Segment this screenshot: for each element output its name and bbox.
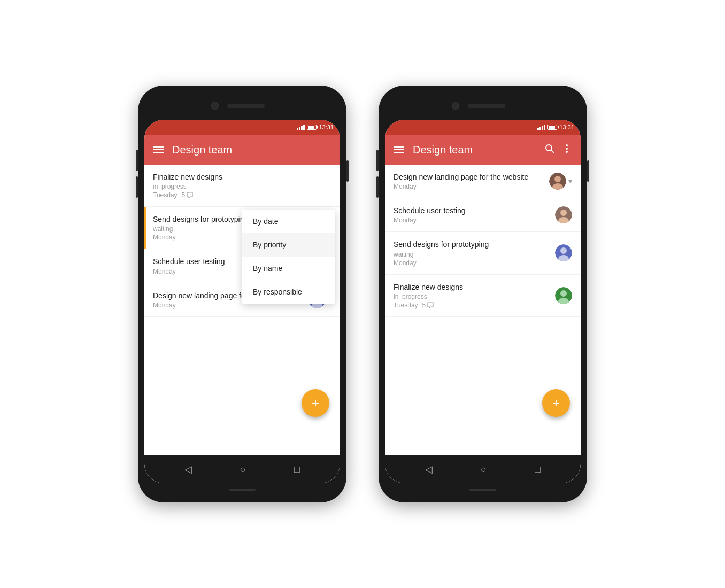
task-date-1: Tuesday xyxy=(153,191,178,199)
bottom-bezel-1 xyxy=(144,483,340,496)
home-btn-1[interactable]: ○ xyxy=(240,464,246,475)
svg-point-21 xyxy=(560,290,567,297)
task-avatar-2-2 xyxy=(555,206,572,223)
recent-btn-1[interactable]: □ xyxy=(294,464,300,475)
app-title-1: Design team xyxy=(172,144,331,156)
svg-point-12 xyxy=(554,176,561,182)
phone-1: 13:31 Design team Finalize new designs xyxy=(138,86,346,502)
app-bar-2: Design team xyxy=(385,135,581,165)
task-item-2-2[interactable]: Schedule user testing Monday xyxy=(385,198,581,232)
svg-point-10 xyxy=(566,151,568,153)
task-meta-2-1: Monday xyxy=(394,183,545,190)
app-title-2: Design team xyxy=(413,144,544,156)
task-date-4: Monday xyxy=(153,301,176,309)
bottom-nav-1: ◁ ○ □ xyxy=(144,455,340,483)
hamburger-icon-2[interactable] xyxy=(394,146,404,153)
speaker-1 xyxy=(227,104,265,108)
task-avatar-2-1 xyxy=(549,173,566,190)
task-meta-1: Tuesday 5 xyxy=(153,191,331,199)
comment-count-2-4: 5 xyxy=(422,301,434,309)
app-bar-1: Design team xyxy=(144,135,340,165)
dropdown-menu[interactable]: By date By priority By name By responsib… xyxy=(242,210,335,304)
task-date-2-1: Monday xyxy=(394,183,417,190)
task-date-2-3: Monday xyxy=(394,259,417,267)
top-bezel-2 xyxy=(385,92,581,120)
task-item-1[interactable]: Finalize new designs in_progress Tuesday… xyxy=(144,165,340,207)
task-meta-2-3: Monday xyxy=(394,259,551,267)
home-btn-2[interactable]: ○ xyxy=(481,464,487,475)
task-avatar-2-3 xyxy=(555,244,572,261)
time-2: 13:31 xyxy=(559,124,574,130)
battery-icon-2 xyxy=(547,125,557,130)
fab-icon-2: + xyxy=(552,396,560,411)
fab-1[interactable]: + xyxy=(302,389,329,417)
camera-2 xyxy=(452,102,459,110)
task-date-2-4: Tuesday xyxy=(394,301,418,309)
task-status-1: in_progress xyxy=(153,183,331,190)
recent-btn-2[interactable]: □ xyxy=(535,464,541,475)
task-date-3: Monday xyxy=(153,268,176,275)
chevron-down-icon-2: ▾ xyxy=(568,177,572,185)
task-status-2-3: waiting xyxy=(394,251,551,258)
svg-point-15 xyxy=(560,210,567,216)
phone-2: 13:31 Design team xyxy=(379,86,587,502)
dropdown-item-by-responsible[interactable]: By responsible xyxy=(242,280,335,304)
svg-point-8 xyxy=(566,144,568,146)
svg-point-9 xyxy=(566,148,568,150)
bottom-nav-2: ◁ ○ □ xyxy=(385,455,581,483)
app-bar-actions-2 xyxy=(544,143,572,157)
svg-point-18 xyxy=(560,247,567,254)
signal-icon-1 xyxy=(297,124,305,130)
more-options-icon-2[interactable] xyxy=(561,143,572,157)
bottom-bezel-2 xyxy=(385,483,581,496)
task-date-2: Monday xyxy=(153,234,176,241)
task-title-2-2: Schedule user testing xyxy=(394,206,551,215)
task-content-2-1: Design new landing page for the website … xyxy=(394,172,545,190)
task-date-2-2: Monday xyxy=(394,216,417,224)
back-btn-2[interactable]: ◁ xyxy=(425,463,433,475)
hamburger-icon-1[interactable] xyxy=(153,146,164,153)
status-bar-1: 13:31 xyxy=(144,120,340,135)
signal-icon-2 xyxy=(537,124,545,130)
task-content-2-4: Finalize new designs in_progress Tuesday… xyxy=(394,282,551,309)
task-title-1: Finalize new designs xyxy=(153,172,331,182)
content-area-1: Finalize new designs in_progress Tuesday… xyxy=(144,165,340,455)
camera-1 xyxy=(211,102,219,110)
search-icon-2[interactable] xyxy=(544,143,555,157)
phones-container: 13:31 Design team Finalize new designs xyxy=(138,86,587,502)
fab-icon-1: + xyxy=(312,396,319,411)
task-item-2-1[interactable]: Design new landing page for the website … xyxy=(385,165,581,198)
task-title-2-4: Finalize new designs xyxy=(394,282,551,292)
task-title-2-3: Send designs for prototyping xyxy=(394,239,551,249)
task-title-2-1: Design new landing page for the website xyxy=(394,172,545,182)
dropdown-item-by-name[interactable]: By name xyxy=(242,257,335,280)
battery-icon-1 xyxy=(307,125,317,130)
speaker-2 xyxy=(468,104,505,108)
task-meta-2-4: Tuesday 5 xyxy=(394,301,551,309)
task-meta-2-2: Monday xyxy=(394,216,551,224)
task-status-2-4: in_progress xyxy=(394,293,551,300)
svg-line-7 xyxy=(551,150,554,153)
top-bezel-1 xyxy=(144,92,340,120)
status-bar-2: 13:31 xyxy=(385,120,581,135)
task-content-2-3: Send designs for prototyping waiting Mon… xyxy=(394,239,551,266)
task-content-1: Finalize new designs in_progress Tuesday… xyxy=(153,172,331,199)
comment-count-1: 5 xyxy=(182,191,194,199)
task-content-2-2: Schedule user testing Monday xyxy=(394,206,551,224)
task-avatar-2-4 xyxy=(555,287,572,304)
dropdown-item-by-date[interactable]: By date xyxy=(242,210,335,233)
fab-2[interactable]: + xyxy=(542,389,570,417)
dropdown-item-by-priority[interactable]: By priority xyxy=(242,233,335,257)
task-item-2-3[interactable]: Send designs for prototyping waiting Mon… xyxy=(385,232,581,274)
task-item-2-4[interactable]: Finalize new designs in_progress Tuesday… xyxy=(385,275,581,317)
time-1: 13:31 xyxy=(319,124,334,130)
content-area-2: Design new landing page for the website … xyxy=(385,165,581,455)
back-btn-1[interactable]: ◁ xyxy=(184,463,192,475)
